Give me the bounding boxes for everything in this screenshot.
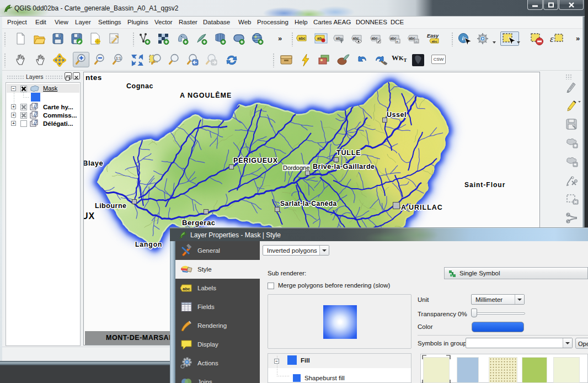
svg-text:ε: ε: [550, 34, 554, 44]
svg-text:abc: abc: [183, 286, 190, 291]
svg-text:abc: abc: [353, 36, 360, 40]
svg-text:abc: abc: [432, 40, 438, 43]
svg-text:abc: abc: [299, 36, 306, 40]
svg-text:ab: ab: [317, 36, 322, 40]
svg-text:1:1: 1:1: [116, 56, 121, 60]
svg-text:Easy: Easy: [427, 33, 439, 39]
